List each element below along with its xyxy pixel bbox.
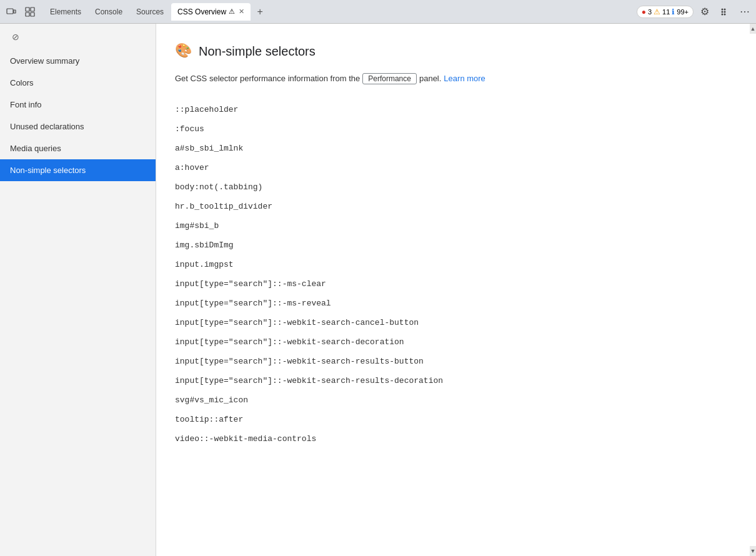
selector-item: input[type="search"]::-webkit-search-dec… [175,332,737,352]
svg-rect-0 [7,9,13,14]
svg-rect-5 [31,12,34,16]
selector-item: tooltip::after [175,410,737,429]
learn-more-link[interactable]: Learn more [444,72,485,85]
selector-item: input.imgpst [175,255,737,274]
inspect-button[interactable] [21,3,39,21]
sidebar-item-non-simple-selectors[interactable]: Non-simple selectors [0,159,156,181]
sidebar: ⊘ Overview summary Colors Font info Unus… [0,24,156,556]
selector-item: input[type="search"]::-webkit-search-res… [175,371,737,390]
selectors-list: ::placeholder:focusa#sb_sbi_lmlnka:hover… [175,100,737,449]
page-icon: 🎨 [175,42,192,60]
error-count: 3 [648,8,652,16]
scroll-up-indicator[interactable]: ▲ [750,24,756,34]
selector-item: ::placeholder [175,100,737,119]
tab-bar-left-icons [2,3,39,21]
selector-item: :focus [175,119,737,139]
content-area: 🎨 Non-simple selectors Get CSS selector … [156,24,756,556]
tab-bar-right: ● 3 ⚠ 11 ℹ 99+ ⚙ ⋯ [637,3,754,21]
svg-rect-1 [14,10,16,13]
svg-point-6 [722,8,724,10]
selector-item: input[type="search"]::-webkit-search-res… [175,352,737,371]
sidebar-item-colors[interactable]: Colors [0,72,156,94]
info-dot: ℹ [672,7,675,16]
error-dot: ● [642,7,646,16]
sidebar-close-button[interactable]: ⊘ [9,30,22,44]
sidebar-nav: Overview summary Colors Font info Unused… [0,50,156,181]
selector-item: video::-webkit-media-controls [175,429,737,449]
selector-item: a#sb_sbi_lmlnk [175,139,737,158]
selector-item: input[type="search"]::-ms-reveal [175,294,737,313]
svg-rect-3 [31,7,34,11]
description: Get CSS selector performance information… [175,72,737,85]
selector-item: a:hover [175,158,737,177]
info-count: 99+ [677,8,689,16]
selector-item: body:not(.tabbing) [175,177,737,197]
tab-warning-icon: ⚠ [229,7,235,16]
page-title-row: 🎨 Non-simple selectors [175,42,737,60]
warn-count: 11 [662,8,670,16]
tab-close-button[interactable]: ✕ [239,7,244,16]
tab-sources[interactable]: Sources [130,3,170,21]
selector-item: hr.b_tooltip_divider [175,197,737,216]
sidebar-item-media-queries[interactable]: Media queries [0,137,156,159]
svg-point-11 [724,13,726,15]
warn-dot: ⚠ [654,7,660,16]
more-options-button[interactable]: ⋯ [736,3,754,21]
performance-button[interactable]: Performance [362,73,417,84]
selector-item: input[type="search"]::-webkit-search-can… [175,313,737,332]
svg-rect-4 [26,12,29,16]
customize-button[interactable] [716,3,734,21]
settings-button[interactable]: ⚙ [696,3,714,21]
selector-item: img#sbi_b [175,216,737,236]
svg-point-7 [722,11,724,12]
selector-item: img.sbiDmImg [175,236,737,255]
svg-rect-2 [26,7,29,11]
sidebar-item-font-info[interactable]: Font info [0,94,156,116]
svg-point-9 [724,8,726,10]
svg-point-10 [724,11,726,12]
main-container: ⊘ Overview summary Colors Font info Unus… [0,24,756,556]
error-badge[interactable]: ● 3 ⚠ 11 ℹ 99+ [637,6,694,18]
page-title: Non-simple selectors [199,44,316,59]
sidebar-item-overview-summary[interactable]: Overview summary [0,50,156,72]
sidebar-top: ⊘ [0,24,156,50]
selector-item: svg#vs_mic_icon [175,390,737,410]
add-tab-button[interactable]: + [252,4,268,20]
scroll-down-indicator[interactable]: ▼ [750,546,756,556]
sidebar-item-unused-declarations[interactable]: Unused declarations [0,116,156,137]
svg-point-8 [722,13,724,15]
tab-elements[interactable]: Elements [44,3,87,21]
device-toolbar-button[interactable] [2,3,20,21]
tab-console[interactable]: Console [89,3,129,21]
tab-bar: Elements Console Sources CSS Overview ⚠ … [0,0,756,24]
selector-item: input[type="search"]::-ms-clear [175,274,737,294]
tab-css-overview[interactable]: CSS Overview ⚠ ✕ [171,3,251,21]
